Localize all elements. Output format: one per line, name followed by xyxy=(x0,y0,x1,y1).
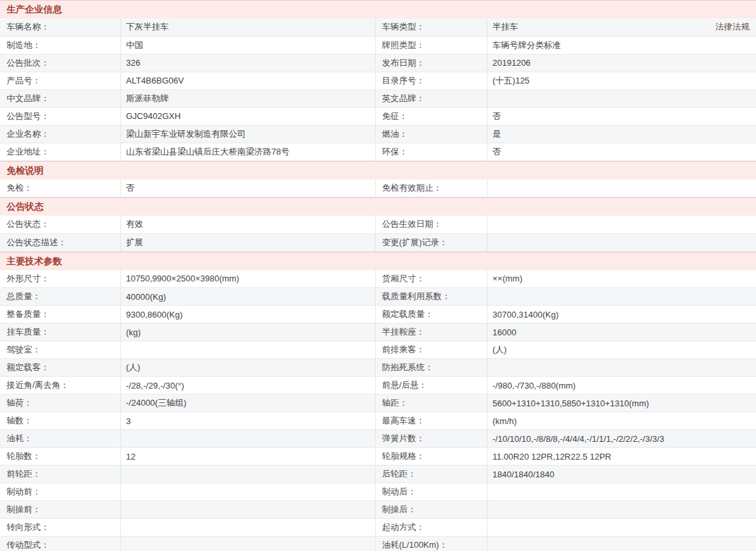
field-label: 燃油： xyxy=(375,125,487,143)
field-label-text: 企业名称： xyxy=(7,129,49,139)
field-label: 前排乘客： xyxy=(375,341,487,359)
field-value xyxy=(487,233,756,251)
field-value: ALT4B6BG06V xyxy=(120,72,375,89)
field-label-text: 免检有效期止： xyxy=(382,183,442,193)
spec-row: 公告型号：GJC9402GXH免征：否 xyxy=(0,107,756,125)
field-label: 企业地址： xyxy=(0,143,120,160)
field-value-text: 半挂车 xyxy=(493,22,518,32)
field-label-text: 环保： xyxy=(382,147,408,156)
field-label-text: 车辆名称： xyxy=(7,22,49,32)
field-value xyxy=(487,180,756,197)
field-label-text: 中文品牌： xyxy=(7,93,49,103)
field-label: 企业名称： xyxy=(0,125,120,143)
field-value xyxy=(487,483,756,501)
field-value: 30700,31400(Kg) xyxy=(487,306,756,323)
field-label: 车辆名称： xyxy=(0,18,120,36)
field-value-text: (人) xyxy=(493,345,507,354)
section-production-company-info: 生产企业信息车辆名称：下灰半挂车车辆类型：法律法规半挂车制造地：中国牌照类型：车… xyxy=(0,0,756,161)
spec-row: 制动前：制动后： xyxy=(0,483,756,501)
field-label-text: 目录序号： xyxy=(382,76,425,85)
field-value: 否 xyxy=(487,143,756,160)
field-label: 额定载客： xyxy=(0,359,120,377)
spec-row: 产品号：ALT4B6BG06V目录序号：(十五)125 xyxy=(0,72,756,89)
field-value: 40000(Kg) xyxy=(120,288,375,306)
section-fields-table: 车辆名称：下灰半挂车车辆类型：法律法规半挂车制造地：中国牌照类型：车辆号牌分类标… xyxy=(0,18,756,161)
field-value: 梁山新宇车业研发制造有限公司 xyxy=(120,125,375,143)
field-label: 货厢尺寸： xyxy=(375,270,487,288)
field-label: 额定载质量： xyxy=(375,306,487,323)
field-value: (km/h) xyxy=(487,412,756,430)
field-label-text: 油耗(L/100Km)： xyxy=(382,540,448,550)
field-label-text: 前悬/后悬： xyxy=(382,380,428,390)
field-value-text: 1840/1840/1840 xyxy=(493,469,555,479)
field-value-text: 否 xyxy=(493,147,501,156)
spec-row: 免检：否免检有效期止： xyxy=(0,180,756,197)
field-value: ××(mm) xyxy=(487,270,756,288)
field-value xyxy=(487,89,756,107)
field-value-text: GJC9402GXH xyxy=(126,111,181,121)
field-value-text: 12 xyxy=(126,452,136,462)
spec-row: 公告状态描述：扩展变更(扩展)记录： xyxy=(0,233,756,251)
field-label: 接近角/离去角： xyxy=(0,377,120,395)
field-label: 公告型号： xyxy=(0,107,120,125)
field-value xyxy=(120,537,375,551)
spec-row: 制造地：中国牌照类型：车辆号牌分类标准 xyxy=(0,36,756,54)
field-label-text: 车辆类型： xyxy=(382,22,425,32)
field-label: 油耗(L/100Km)： xyxy=(375,537,487,551)
field-value-text: ALT4B6BG06V xyxy=(126,76,184,85)
field-value-text: -/980,-/730,-/880(mm) xyxy=(493,381,576,391)
field-label-text: 前轮距： xyxy=(7,469,41,479)
field-value-text: 10750,9900×2500×3980(mm) xyxy=(126,274,239,283)
field-label: 公告生效日期： xyxy=(375,216,487,233)
field-label-text: 弹簧片数： xyxy=(382,433,425,443)
field-value-text: 有效 xyxy=(126,219,143,229)
field-label: 前悬/后悬： xyxy=(375,377,487,395)
field-value: 山东省梁山县梁山镇后庄大桥南梁济路78号 xyxy=(120,143,375,160)
field-label: 挂车质量： xyxy=(0,323,120,341)
section-announcement-status: 公告状态公告状态：有效公告生效日期：公告状态描述：扩展变更(扩展)记录： xyxy=(0,197,756,252)
field-label-text: 总质量： xyxy=(7,291,41,301)
field-label: 整备质量： xyxy=(0,306,120,323)
section-exemption-note: 免检说明免检：否免检有效期止： xyxy=(0,161,756,198)
legal-regulations-link[interactable]: 法律法规 xyxy=(715,21,751,33)
field-label-text: 轴荷： xyxy=(7,398,32,408)
spec-row: 整备质量：9300,8600(Kg)额定载质量：30700,31400(Kg) xyxy=(0,306,756,323)
field-value-text: 3 xyxy=(126,416,131,426)
field-value: 扩展 xyxy=(120,233,375,251)
spec-row: 轴荷：-/24000(三轴组)轴距：5600+1310+1310,5850+13… xyxy=(0,395,756,412)
field-label-text: 制操后： xyxy=(382,504,416,514)
field-label-text: 额定载客： xyxy=(7,362,49,372)
field-label: 弹簧片数： xyxy=(375,430,487,448)
spec-row: 传动型式：油耗(L/100Km)： xyxy=(0,537,756,551)
field-label-text: 挂车质量： xyxy=(7,327,49,337)
spec-row: 额定载客：(人)防抱死系统： xyxy=(0,359,756,377)
spec-row: 前轮距：后轮距：1840/1840/1840 xyxy=(0,466,756,483)
field-label-text: 制动后： xyxy=(382,487,416,496)
spec-row: 油耗：弹簧片数：-/10/10/10,-/8/8/8,-/4/4/4,-/1/1… xyxy=(0,430,756,448)
field-label-text: 免检： xyxy=(7,183,32,193)
spec-row: 企业地址：山东省梁山县梁山镇后庄大桥南梁济路78号环保：否 xyxy=(0,143,756,160)
field-label: 制操前： xyxy=(0,501,120,519)
field-label-text: 转向形式： xyxy=(7,522,49,532)
field-label: 公告状态描述： xyxy=(0,233,120,251)
field-label-text: 轮胎规格： xyxy=(382,451,425,461)
field-value: GJC9402GXH xyxy=(120,107,375,125)
field-value: (人) xyxy=(120,359,375,377)
field-value-text: (kg) xyxy=(126,327,141,337)
section-fields-table: 外形尺寸：10750,9900×2500×3980(mm)货厢尺寸：××(mm)… xyxy=(0,270,756,551)
field-value: 16000 xyxy=(487,323,756,341)
spec-row: 公告状态：有效公告生效日期： xyxy=(0,216,756,233)
field-value: (人) xyxy=(487,341,756,359)
field-label-text: 轮胎数： xyxy=(7,451,41,461)
field-value-text: 9300,8600(Kg) xyxy=(126,310,183,320)
field-label: 外形尺寸： xyxy=(0,270,120,288)
field-value-text: 326 xyxy=(126,58,141,68)
spec-row: 制操前：制操后： xyxy=(0,501,756,519)
field-value-text: (人) xyxy=(126,362,141,372)
field-label: 制操后： xyxy=(375,501,487,519)
field-value-text: -/24000(三轴组) xyxy=(126,398,187,408)
field-label-text: 整备质量： xyxy=(7,309,49,319)
vehicle-spec-page: 生产企业信息车辆名称：下灰半挂车车辆类型：法律法规半挂车制造地：中国牌照类型：车… xyxy=(0,0,756,551)
field-label-text: 传动型式： xyxy=(7,540,49,550)
spec-row: 接近角/离去角：-/28,-/29,-/30(°)前悬/后悬：-/980,-/7… xyxy=(0,377,756,395)
